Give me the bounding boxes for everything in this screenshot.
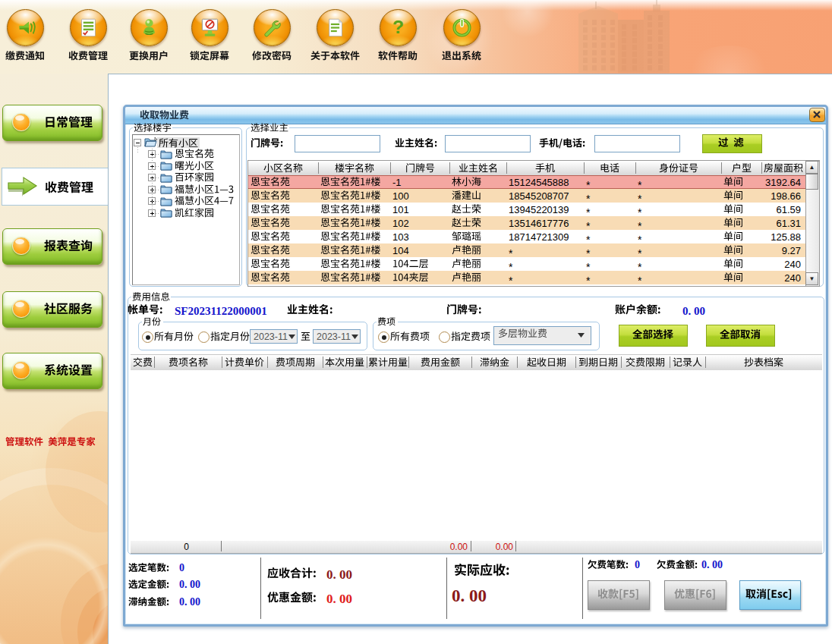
svg-text:?: ? bbox=[392, 17, 404, 37]
